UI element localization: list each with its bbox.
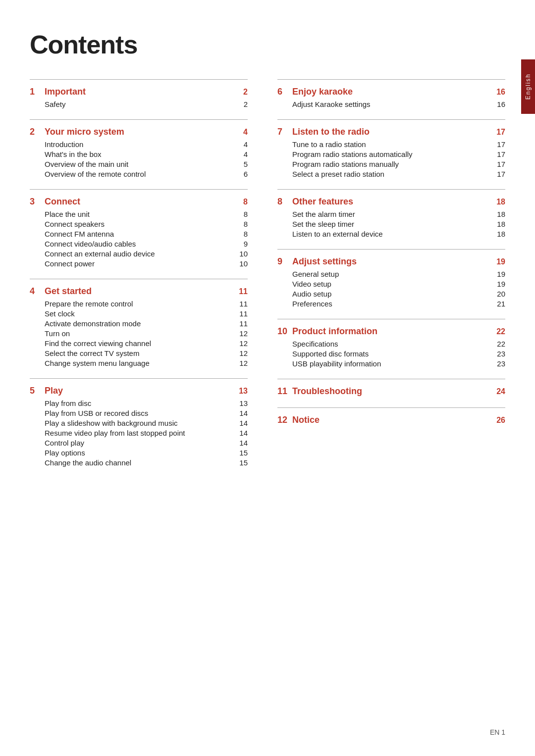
toc-item-page: 17 (497, 160, 505, 168)
toc-item: Play from disc13 (30, 399, 248, 407)
section-9: 9Adjust settings19General setup19Video s… (277, 249, 505, 308)
section-title: Other features (292, 197, 496, 207)
toc-item: Preferences21 (277, 300, 505, 308)
toc-item-label: Overview of the remote control (45, 170, 244, 178)
section-2: 2Your micro system4Introduction4What's i… (30, 119, 248, 178)
toc-item: General setup19 (277, 270, 505, 278)
toc-item-label: Play a slideshow with background music (45, 419, 239, 427)
section-title: Your micro system (45, 127, 243, 137)
toc-item: USB playability information23 (277, 359, 505, 368)
toc-item: Supported disc formats23 (277, 350, 505, 358)
toc-item-page: 14 (239, 419, 248, 427)
toc-item: Play a slideshow with background music14 (30, 419, 248, 427)
toc-item-label: Preferences (292, 300, 497, 308)
toc-item-page: 4 (244, 150, 248, 158)
toc-item-label: Play from USB or recored discs (45, 409, 239, 417)
section-number: 4 (30, 286, 45, 297)
toc-item-label: Set the alarm timer (292, 210, 497, 218)
language-label: English (525, 73, 532, 100)
toc-item: Place the unit8 (30, 210, 248, 218)
toc-item: Connect FM antenna8 (30, 230, 248, 238)
toc-item-label: Select a preset radio station (292, 170, 497, 178)
toc-item: Select a preset radio station17 (277, 170, 505, 178)
toc-item: Video setup19 (277, 280, 505, 288)
section-title: Play (45, 386, 239, 396)
toc-item: Connect video/audio cables9 (30, 240, 248, 248)
toc-item-page: 11 (239, 309, 248, 318)
toc-item-label: Find the correct viewing channel (45, 339, 239, 348)
section-3: 3Connect8Place the unit8Connect speakers… (30, 189, 248, 268)
toc-item-page: 4 (244, 140, 248, 149)
toc-item-page: 9 (244, 240, 248, 248)
section-title: Get started (45, 286, 239, 297)
toc-item-label: Play options (45, 449, 239, 457)
toc-item-page: 12 (239, 329, 248, 338)
toc-item-page: 18 (497, 220, 505, 228)
toc-item: Audio setup20 (277, 290, 505, 298)
section-page-number: 22 (496, 327, 505, 336)
toc-item-label: Change the audio channel (45, 458, 239, 467)
section-title: Listen to the radio (292, 127, 496, 137)
section-header-7: 7Listen to the radio17 (277, 127, 505, 137)
toc-item-label: Connect speakers (45, 220, 244, 228)
toc-item-page: 17 (497, 140, 505, 149)
section-title: Product information (292, 326, 496, 337)
section-header-8: 8Other features18 (277, 197, 505, 207)
toc-item: Introduction4 (30, 140, 248, 149)
right-column: 6Enjoy karaoke16Adjust Karaoke settings1… (268, 79, 505, 478)
toc-item-page: 2 (244, 100, 248, 108)
section-1: 1Important2Safety2 (30, 79, 248, 108)
toc-item-page: 23 (497, 350, 505, 358)
toc-item-label: Change system menu language (45, 359, 239, 367)
toc-item: Tune to a radio station17 (277, 140, 505, 149)
toc-item-label: Connect power (45, 259, 239, 268)
toc-item-label: Tune to a radio station (292, 140, 497, 149)
section-header-3: 3Connect8 (30, 197, 248, 207)
toc-item-page: 18 (497, 210, 505, 218)
section-number: 3 (30, 197, 45, 207)
toc-item-page: 11 (239, 319, 248, 328)
toc-item: Overview of the remote control6 (30, 170, 248, 178)
toc-item: Select the correct TV system12 (30, 349, 248, 357)
section-title: Enjoy karaoke (292, 87, 496, 97)
toc-item: Connect an external audio device10 (30, 250, 248, 258)
toc-item-label: What's in the box (45, 150, 244, 158)
toc-item-page: 15 (239, 449, 248, 457)
section-header-12: 12Notice26 (277, 415, 505, 425)
toc-item: Turn on12 (30, 329, 248, 338)
left-column: 1Important2Safety22Your micro system4Int… (30, 79, 268, 478)
toc-item: Play from USB or recored discs14 (30, 409, 248, 417)
toc-item: Change the audio channel15 (30, 458, 248, 467)
toc-item-page: 15 (239, 458, 248, 467)
section-11: 11Troubleshooting24 (277, 379, 505, 397)
content-columns: 1Important2Safety22Your micro system4Int… (30, 79, 505, 478)
section-title: Connect (45, 197, 243, 207)
toc-item-label: Play from disc (45, 399, 239, 407)
section-6: 6Enjoy karaoke16Adjust Karaoke settings1… (277, 79, 505, 108)
toc-item-page: 10 (239, 250, 248, 258)
toc-item-page: 18 (497, 230, 505, 238)
section-8: 8Other features18Set the alarm timer18Se… (277, 189, 505, 238)
toc-item-page: 17 (497, 150, 505, 158)
toc-item-label: Place the unit (45, 210, 244, 218)
toc-item-page: 8 (244, 210, 248, 218)
toc-item: Control play14 (30, 439, 248, 447)
toc-item-page: 17 (497, 170, 505, 178)
toc-item-label: Supported disc formats (292, 350, 497, 358)
toc-item-label: Overview of the main unit (45, 160, 244, 168)
toc-item-page: 20 (497, 290, 505, 298)
toc-item-label: Safety (45, 100, 244, 108)
toc-item-page: 19 (497, 280, 505, 288)
section-header-11: 11Troubleshooting24 (277, 386, 505, 397)
section-10: 10Product information22Specifications22S… (277, 319, 505, 368)
toc-item-label: Set clock (45, 309, 239, 318)
section-page-number: 8 (243, 198, 248, 206)
section-header-1: 1Important2 (30, 87, 248, 97)
toc-item-label: Set the sleep timer (292, 220, 497, 228)
toc-item-label: Video setup (292, 280, 497, 288)
toc-item-page: 5 (244, 160, 248, 168)
toc-item: Safety2 (30, 100, 248, 108)
toc-item: Set the sleep timer18 (277, 220, 505, 228)
section-header-2: 2Your micro system4 (30, 127, 248, 137)
toc-item: Program radio stations manually17 (277, 160, 505, 168)
